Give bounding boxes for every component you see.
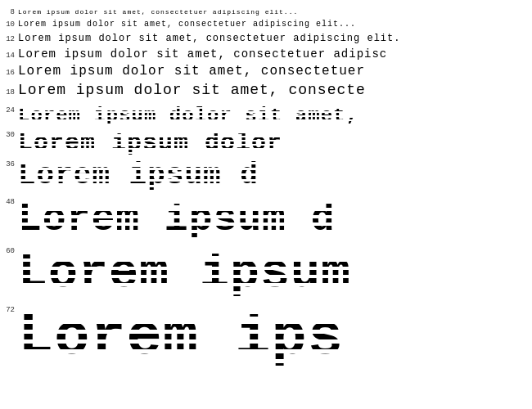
line-number-10: 10 (0, 21, 18, 29)
line-14: 14 Lorem ipsum dolor sit amet, consectet… (0, 46, 532, 62)
line-number-60: 60 (0, 245, 18, 255)
line-text-72: Lorem ips (18, 304, 344, 371)
line-number-24: 24 (0, 105, 18, 115)
line-36: 36 Lorem ipsum d (0, 159, 532, 193)
line-18: 18 Lorem ipsum dolor sit amet, consecte (0, 80, 532, 100)
line-24: 24 Lorem ipsum dolor sit amet, (0, 105, 532, 128)
line-16: 16 Lorem ipsum dolor sit amet, consectet… (0, 62, 532, 80)
line-text-24-container: Lorem ipsum dolor sit amet, (18, 105, 532, 128)
line-text-30: Lorem ipsum dolor (18, 129, 282, 157)
line-text-18: Lorem ipsum dolor sit amet, consecte (18, 80, 366, 100)
line-8: 8 Lorem ipsum dolor sit amet, consectetu… (0, 7, 532, 18)
line-12: 12 Lorem ipsum dolor sit amet, consectet… (0, 31, 532, 46)
line-text-48: Lorem ipsum d (18, 196, 335, 242)
line-text-36: Lorem ipsum d (18, 159, 259, 193)
line-text-8: Lorem ipsum dolor sit amet, consectetuer… (18, 7, 298, 18)
line-number-16: 16 (0, 70, 18, 77)
line-number-14: 14 (0, 52, 18, 60)
line-72: 72 Lorem ips (0, 304, 532, 371)
line-text-60: Lorem ipsum (18, 245, 351, 301)
line-number-30: 30 (0, 129, 18, 139)
line-number-18: 18 (0, 89, 18, 97)
line-10: 10 Lorem ipsum dolor sit amet, consectet… (0, 18, 532, 31)
line-number-48: 48 (0, 196, 18, 206)
line-30: 30 Lorem ipsum dolor (0, 129, 532, 157)
line-number-8: 8 (0, 9, 18, 16)
line-text-72-container: Lorem ips (18, 304, 532, 371)
line-text-12: Lorem ipsum dolor sit amet, consectetuer… (18, 31, 400, 46)
line-48: 48 Lorem ipsum d (0, 196, 532, 242)
line-text-24: Lorem ipsum dolor sit amet, (18, 105, 358, 128)
line-text-60-container: Lorem ipsum (18, 245, 532, 301)
line-text-36-container: Lorem ipsum d (18, 159, 532, 193)
line-60: 60 Lorem ipsum (0, 245, 532, 301)
main-page: 8 Lorem ipsum dolor sit amet, consectetu… (0, 0, 532, 409)
line-text-30-container: Lorem ipsum dolor (18, 129, 532, 157)
line-number-12: 12 (0, 36, 18, 43)
line-number-36: 36 (0, 159, 18, 169)
line-text-14: Lorem ipsum dolor sit amet, consectetuer… (18, 46, 387, 62)
line-text-48-container: Lorem ipsum d (18, 196, 532, 242)
line-number-72: 72 (0, 304, 18, 314)
line-text-16: Lorem ipsum dolor sit amet, consectetuer (18, 62, 365, 80)
line-text-10: Lorem ipsum dolor sit amet, consectetuer… (18, 18, 356, 31)
